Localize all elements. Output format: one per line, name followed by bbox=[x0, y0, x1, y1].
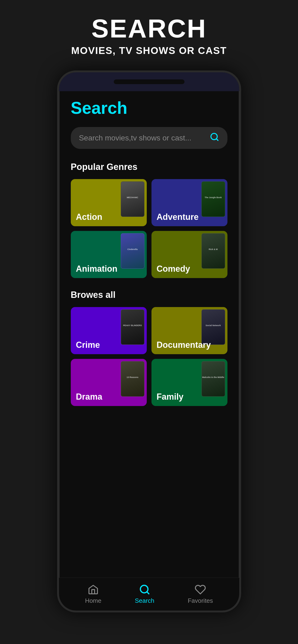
phone-frame: Search Search movies,tv shows or cast...… bbox=[57, 70, 241, 612]
nav-label-home: Home bbox=[85, 597, 101, 604]
page-title: Search bbox=[71, 98, 227, 118]
genre-label-adventure: Adventure bbox=[152, 208, 204, 226]
genre-label-crime: Crime bbox=[71, 336, 105, 354]
genre-card-animation[interactable]: Animation Cinderella bbox=[71, 231, 147, 278]
genre-label-action: Action bbox=[71, 208, 108, 226]
bottom-nav: Home Search Favorites bbox=[59, 578, 239, 610]
top-header: SEARCH MOVIES, TV SHOWS OR CAST bbox=[0, 0, 298, 66]
nav-item-home[interactable]: Home bbox=[85, 584, 101, 604]
status-bar bbox=[59, 72, 239, 91]
nav-label-favorites: Favorites bbox=[188, 597, 213, 604]
genre-poster-crime: PEAKY BLINDERS bbox=[121, 310, 144, 345]
browse-all-grid: Crime PEAKY BLINDERS Documentary Social … bbox=[71, 307, 227, 406]
genre-label-animation: Animation bbox=[71, 260, 123, 278]
genre-card-drama[interactable]: Drama 13 Reasons bbox=[71, 359, 147, 406]
search-nav-icon bbox=[139, 584, 150, 595]
genre-poster-comedy: Rick & M bbox=[202, 233, 225, 269]
genre-poster-family: Malcolm in the Middle bbox=[202, 361, 225, 396]
browse-all-title: Browes all bbox=[71, 290, 227, 300]
status-bar-notch bbox=[114, 80, 185, 84]
genre-poster-drama: 13 Reasons bbox=[121, 361, 144, 396]
genre-card-documentary[interactable]: Documentary Social Network bbox=[152, 307, 227, 354]
search-bar[interactable]: Search movies,tv shows or cast... bbox=[71, 127, 227, 149]
favorites-icon bbox=[195, 584, 206, 595]
genre-label-documentary: Documentary bbox=[152, 336, 216, 354]
genre-card-action[interactable]: Action MECHANIC bbox=[71, 179, 147, 226]
popular-genres-title: Popular Genres bbox=[71, 162, 227, 172]
genre-poster-adventure: The Jungle Book bbox=[202, 182, 225, 217]
genre-card-comedy[interactable]: Comedy Rick & M bbox=[152, 231, 227, 278]
genre-label-comedy: Comedy bbox=[152, 260, 195, 278]
genre-poster-action: MECHANIC bbox=[121, 182, 144, 217]
genre-card-family[interactable]: Family Malcolm in the Middle bbox=[152, 359, 227, 406]
nav-item-favorites[interactable]: Favorites bbox=[188, 584, 213, 604]
nav-label-search: Search bbox=[135, 597, 154, 604]
top-title: SEARCH bbox=[10, 14, 288, 43]
svg-line-3 bbox=[147, 592, 149, 594]
popular-genres-grid: Action MECHANIC Adventure The Jungle Boo… bbox=[71, 179, 227, 278]
home-icon bbox=[88, 584, 99, 595]
search-placeholder-text: Search movies,tv shows or cast... bbox=[79, 134, 192, 142]
nav-item-search[interactable]: Search bbox=[135, 584, 154, 604]
phone-content: Search Search movies,tv shows or cast...… bbox=[59, 91, 239, 581]
top-subtitle: MOVIES, TV SHOWS OR CAST bbox=[10, 45, 288, 56]
genre-poster-animation: Cinderella bbox=[121, 233, 144, 269]
genre-card-adventure[interactable]: Adventure The Jungle Book bbox=[152, 179, 227, 226]
genre-card-crime[interactable]: Crime PEAKY BLINDERS bbox=[71, 307, 147, 354]
genre-label-drama: Drama bbox=[71, 388, 108, 406]
svg-line-1 bbox=[216, 139, 218, 140]
genre-label-family: Family bbox=[152, 388, 189, 406]
search-icon[interactable] bbox=[210, 132, 219, 144]
